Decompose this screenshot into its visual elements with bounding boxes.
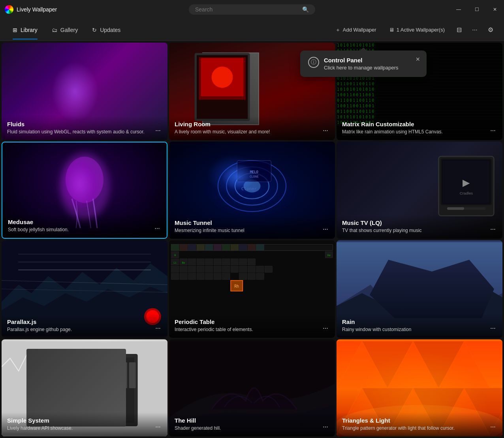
card-content-matrix: Matrix Rain Customizable Matrix like rai… (337, 116, 502, 140)
svg-text:Li: Li (173, 261, 177, 264)
svg-text:Cradles: Cradles (460, 191, 473, 195)
card-content-periodic: Periodic Table Interactive periodic tabl… (169, 314, 335, 338)
card-medusae[interactable]: Medusae Soft body jellyfish simulation. … (2, 142, 167, 239)
card-content-musictunnel: Music Tunnel Mesmerizing infinite music … (169, 215, 335, 239)
svg-text:Be: Be (182, 261, 185, 264)
close-button[interactable]: ✕ (486, 0, 504, 19)
svg-rect-74 (197, 244, 204, 250)
card-triangles[interactable]: Triangles & Light Triangle pattern gener… (337, 339, 502, 437)
maximize-button[interactable]: ☐ (468, 0, 486, 19)
card-content-parallax: Parallax.js Parallax.js engine github pa… (2, 314, 167, 338)
svg-marker-109 (413, 341, 464, 387)
svg-rect-46 (222, 259, 230, 265)
more-icon: ··· (472, 26, 477, 34)
card-menu-thehill[interactable]: ··· (320, 421, 331, 432)
active-wallpaper-button[interactable]: 🖥 1 Active Wallpaper(s) (384, 24, 450, 36)
card-simplesystem[interactable]: ⊙ Simple System Lively hardware API show… (2, 339, 167, 437)
card-desc-thehill: Shader generated hill. (175, 425, 329, 432)
card-content-simplesystem: Simple System Lively hardware API showca… (2, 412, 167, 436)
card-desc-musictv: TV that shows currently playing music (342, 227, 497, 234)
card-title-thehill: The Hill (175, 417, 329, 424)
svg-text:H: H (174, 254, 176, 257)
card-desc-triangles: Triangle pattern generator with light th… (342, 425, 497, 432)
add-icon: ＋ (335, 26, 340, 34)
tooltip-close-button[interactable]: ✕ (413, 54, 423, 64)
card-title-medusae: Medusae (8, 219, 161, 225)
card-menu-musictv[interactable]: ··· (487, 224, 498, 235)
info-icon: ⓘ (308, 57, 319, 68)
minimize-button[interactable]: — (449, 0, 468, 19)
search-input[interactable] (195, 6, 299, 13)
svg-rect-65 (214, 273, 221, 279)
nav-gallery[interactable]: 🗂 Gallery (45, 24, 84, 36)
card-content-fluids: Fluids Fluid simulation using WebGL, rea… (2, 116, 167, 140)
svg-rect-58 (239, 266, 247, 272)
monitor-icon: 🖥 (389, 27, 394, 33)
card-menu-matrix[interactable]: ··· (487, 125, 498, 136)
svg-marker-107 (362, 341, 413, 387)
svg-rect-87 (40, 362, 117, 367)
svg-point-6 (66, 156, 103, 202)
svg-rect-55 (214, 266, 221, 272)
nav-updates[interactable]: ↻ Updates (86, 24, 127, 36)
card-menu-parallax[interactable]: ··· (152, 323, 164, 334)
app-logo: Lively Wallpaper (5, 5, 57, 14)
svg-rect-43 (197, 259, 204, 265)
search-bar[interactable]: 🔍 (189, 4, 315, 15)
svg-rect-68 (248, 273, 255, 279)
card-menu-rain[interactable]: ··· (487, 323, 498, 334)
svg-rect-69 (256, 273, 264, 279)
layout-icon: ⊟ (457, 26, 462, 34)
svg-text:⊙: ⊙ (66, 405, 69, 410)
card-content-livingroom: Living Room A lively room with music, vi… (169, 116, 335, 140)
card-rain[interactable]: Rain Rainy window with customization ··· (337, 240, 502, 338)
svg-rect-88 (40, 369, 117, 373)
card-menu-triangles[interactable]: ··· (487, 421, 498, 432)
card-musictunnel[interactable]: MELO CLONE Cloner Music Tunnel Mesmerizi… (169, 142, 335, 239)
card-content-triangles: Triangles & Light Triangle pattern gener… (337, 412, 502, 436)
card-desc-matrix: Matrix like rain animation using HTML5 C… (342, 129, 497, 135)
card-parallax[interactable]: Parallax.js Parallax.js engine github pa… (2, 240, 167, 338)
settings-button[interactable]: ⚙ (483, 23, 498, 37)
card-content-medusae: Medusae Soft body jellyfish simulation. (2, 214, 167, 238)
card-desc-simplesystem: Lively hardware API showcase. (7, 425, 162, 432)
card-menu-medusae[interactable]: ··· (152, 223, 163, 234)
card-title-periodic: Periodic Table (175, 318, 329, 325)
svg-text:MELO: MELO (250, 170, 258, 174)
svg-rect-62 (188, 273, 196, 279)
card-title-parallax: Parallax.js (7, 318, 162, 325)
tooltip-title: Control Panel (324, 57, 399, 64)
svg-rect-52 (188, 266, 196, 272)
svg-rect-90 (121, 362, 127, 388)
svg-rect-60 (256, 266, 264, 272)
control-panel-tooltip[interactable]: ⓘ Control Panel Click here to manage wal… (300, 51, 427, 77)
card-menu-fluids[interactable]: ··· (152, 125, 164, 136)
nav-library[interactable]: ⊞ Library (6, 24, 44, 36)
layout-button[interactable]: ⊟ (452, 23, 466, 37)
card-menu-simplesystem[interactable]: ··· (152, 421, 164, 432)
card-fluids[interactable]: Fluids Fluid simulation using WebGL, rea… (2, 43, 167, 140)
settings-icon: ⚙ (488, 26, 493, 34)
svg-rect-48 (239, 259, 247, 265)
gallery-label: Gallery (60, 27, 78, 33)
card-menu-periodic[interactable]: ··· (320, 323, 331, 334)
svg-rect-91 (129, 362, 135, 388)
card-title-simplesystem: Simple System (7, 417, 162, 424)
card-thehill[interactable]: The Hill Shader generated hill. ··· (169, 339, 335, 437)
card-musictv[interactable]: ▶ Cradles Music TV (LQ) TV that shows cu… (337, 142, 502, 239)
add-wallpaper-button[interactable]: ＋ Add Wallpaper (330, 23, 382, 37)
more-options-button[interactable]: ··· (468, 23, 482, 37)
svg-rect-76 (214, 244, 221, 250)
updates-icon: ↻ (92, 27, 97, 33)
card-menu-livingroom[interactable]: ··· (320, 125, 331, 136)
card-desc-medusae: Soft body jellyfish simulation. (8, 226, 161, 233)
card-menu-musictunnel[interactable]: ··· (320, 224, 331, 235)
active-wallpaper-label: 1 Active Wallpaper(s) (397, 27, 445, 33)
card-title-musictunnel: Music Tunnel (175, 219, 329, 226)
svg-marker-108 (387, 341, 438, 387)
card-content-musictv: Music TV (LQ) TV that shows currently pl… (337, 215, 502, 239)
svg-rect-75 (205, 244, 213, 250)
svg-text:▶: ▶ (463, 178, 470, 188)
svg-rect-38 (171, 266, 179, 272)
card-periodic[interactable]: H He Li Be (169, 240, 335, 338)
